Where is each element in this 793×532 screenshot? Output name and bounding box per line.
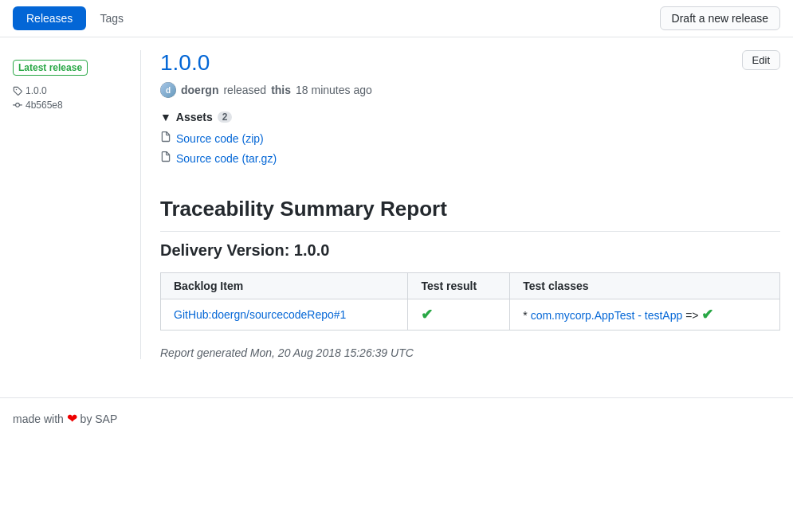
sidebar-commit: 4b565e8 — [13, 100, 128, 111]
main-container: Latest release 1.0.0 4b565e8 Edit 1.0.0 … — [0, 37, 793, 372]
sidebar-version: 1.0.0 — [13, 85, 128, 96]
edit-button[interactable]: Edit — [742, 50, 780, 70]
report-section: Traceability Summary Report Delivery Ver… — [160, 184, 780, 359]
asset-link-targz[interactable]: Source code (tar.gz) — [176, 152, 277, 165]
nav-tabs: Releases Tags — [13, 6, 137, 30]
test-classes-text: * — [523, 309, 530, 322]
release-link[interactable]: this — [271, 84, 291, 96]
avatar-image: d — [160, 82, 176, 98]
release-content: Edit 1.0.0 d doergn released this 18 min… — [140, 50, 780, 359]
col-test-classes: Test classes — [510, 273, 780, 299]
top-navigation: Releases Tags Draft a new release — [0, 0, 793, 37]
tab-tags[interactable]: Tags — [86, 6, 137, 30]
report-divider — [160, 231, 780, 232]
assets-header[interactable]: ▼ Assets 2 — [160, 111, 780, 123]
cell-test-classes: * com.mycorp.AppTest - testApp => ✔ — [510, 299, 780, 331]
report-footer-text: Report generated Mon, 20 Aug 2018 15:26:… — [160, 346, 780, 359]
col-test-result: Test result — [408, 273, 510, 299]
page-footer: made with ❤ by SAP — [0, 397, 793, 439]
delivery-version: Delivery Version: 1.0.0 — [160, 241, 780, 260]
test-classes-check: ✔ — [701, 307, 713, 323]
assets-label: Assets — [176, 111, 213, 123]
release-sidebar: Latest release 1.0.0 4b565e8 — [13, 50, 140, 359]
sidebar-commit-text: 4b565e8 — [26, 100, 63, 111]
time-ago: 18 minutes ago — [296, 84, 372, 96]
draft-new-release-button[interactable]: Draft a new release — [660, 6, 780, 30]
backlog-item-link[interactable]: GitHub:doergn/sourcecodeRepo#1 — [174, 308, 346, 321]
table-row: GitHub:doergn/sourcecodeRepo#1 ✔ * com.m… — [161, 299, 780, 331]
tag-icon — [13, 86, 22, 96]
made-with-text: made with — [13, 413, 64, 425]
file-icon-targz — [160, 151, 171, 165]
sidebar-version-text: 1.0.0 — [26, 85, 47, 96]
author-link[interactable]: doergn — [181, 84, 218, 96]
assets-count: 2 — [218, 111, 233, 123]
cell-test-result: ✔ — [408, 299, 510, 331]
assets-section: ▼ Assets 2 Source code (zip) Sourc — [160, 111, 780, 165]
asset-item-zip: Source code (zip) — [160, 131, 780, 145]
release-meta-line: d doergn released this 18 minutes ago — [160, 82, 780, 98]
test-classes-arrow: => — [682, 309, 701, 322]
chevron-down-icon: ▼ — [160, 111, 171, 123]
released-text: released — [223, 84, 266, 96]
file-icon-zip — [160, 131, 171, 145]
release-title: 1.0.0 — [160, 50, 780, 76]
col-backlog-item: Backlog Item — [161, 273, 408, 299]
heart-icon: ❤ — [67, 412, 77, 425]
test-class-link[interactable]: com.mycorp.AppTest - testApp — [531, 309, 683, 322]
commit-icon — [13, 100, 22, 110]
test-result-check: ✔ — [421, 307, 433, 323]
report-title: Traceability Summary Report — [160, 197, 780, 221]
by-sap-text: by SAP — [80, 413, 118, 425]
report-table: Backlog Item Test result Test classes Gi… — [160, 272, 780, 331]
tab-releases[interactable]: Releases — [13, 6, 86, 30]
latest-release-badge: Latest release — [13, 60, 88, 76]
asset-link-zip[interactable]: Source code (zip) — [176, 132, 264, 145]
asset-item-targz: Source code (tar.gz) — [160, 151, 780, 165]
cell-backlog-item: GitHub:doergn/sourcecodeRepo#1 — [161, 299, 408, 331]
avatar: d — [160, 82, 176, 98]
